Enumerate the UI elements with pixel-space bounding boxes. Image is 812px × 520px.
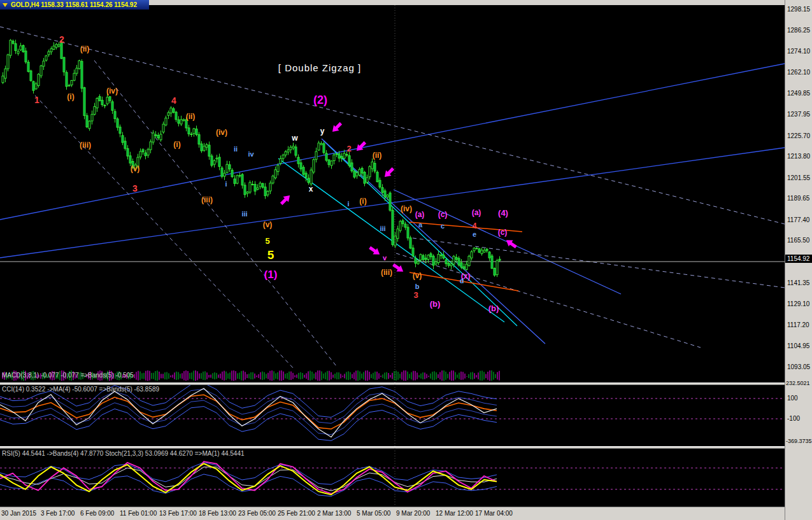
price-tick: 1274.10 xyxy=(787,48,810,55)
mt4-chart-window: 2(ii)1(i)(iv)4(ii)(iii)(iv)(i)(v)3iiivi(… xyxy=(0,0,812,520)
price-tick: 1165.50 xyxy=(787,237,809,244)
price-tick: 1129.10 xyxy=(787,300,809,307)
pane-splitter[interactable] xyxy=(0,446,785,449)
time-tick: 25 Feb 21:00 xyxy=(278,510,315,517)
macd-indicator-label: MACD(3,8,1) -0.077 -0.077 =>Bands(5) -0.… xyxy=(2,372,134,379)
cci-indicator-label: CCI(14) 0.3522 ->MA(4) -50.6007 =>Bands(… xyxy=(2,386,159,393)
cci-scale-max: 232.5021 xyxy=(786,380,810,386)
price-tick: 1286.25 xyxy=(787,27,810,34)
price-tick: 1249.85 xyxy=(787,90,810,97)
price-tick: 1141.35 xyxy=(787,279,809,286)
cci-level-label: 100 xyxy=(787,395,798,402)
rsi-pane[interactable] xyxy=(0,449,785,507)
price-tick: 1117.20 xyxy=(787,321,809,328)
price-tick: 1093.05 xyxy=(787,363,810,370)
chart-title-text: GOLD,H4 1158.33 1158.61 1154.26 1154.92 xyxy=(11,1,137,8)
price-tick: 1237.95 xyxy=(787,111,810,118)
time-tick: 17 Mar 04:00 xyxy=(475,510,513,517)
time-tick: 13 Feb 17:00 xyxy=(159,510,197,517)
current-price-tag: 1154.92 xyxy=(785,255,812,263)
chart-title-bar[interactable]: GOLD,H4 1158.33 1158.61 1154.26 1154.92 xyxy=(0,0,149,10)
time-tick: 11 Feb 01:00 xyxy=(120,510,157,517)
price-tick: 1262.10 xyxy=(787,69,810,76)
time-tick: 30 Jan 2015 xyxy=(1,510,36,517)
time-tick: 5 Mar 05:00 xyxy=(357,510,390,517)
time-tick: 6 Feb 09:00 xyxy=(80,510,114,517)
rsi-indicator-label: RSI(5) 44.5441 ->Bands(4) 47.8770 Stoch(… xyxy=(2,450,245,457)
price-tick: 1104.95 xyxy=(787,342,809,349)
time-tick: 9 Mar 20:00 xyxy=(396,510,430,517)
price-tick: 1225.70 xyxy=(787,132,810,139)
price-tick: 1189.65 xyxy=(787,195,809,202)
time-tick: 3 Feb 17:00 xyxy=(41,510,75,517)
symbol-dropdown-icon xyxy=(3,3,8,7)
time-tick: 2 Mar 13:00 xyxy=(317,510,351,517)
time-tick: 23 Feb 05:00 xyxy=(238,510,276,517)
price-tick: 1298.15 xyxy=(787,6,810,13)
price-tick: 1201.55 xyxy=(787,174,810,181)
time-tick: 18 Feb 13:00 xyxy=(199,510,236,517)
time-scale[interactable]: 30 Jan 20153 Feb 17:006 Feb 09:0011 Feb … xyxy=(0,507,785,520)
pattern-annotation: [ Double Zigzag ] xyxy=(278,62,361,73)
pane-splitter[interactable] xyxy=(0,383,785,385)
cci-level-label: -100 xyxy=(787,415,800,422)
price-tick: 1213.80 xyxy=(787,153,810,160)
main-chart-pane[interactable] xyxy=(0,5,785,370)
price-scale[interactable]: 1298.151286.251274.101262.101249.851237.… xyxy=(785,0,812,520)
price-tick: 1177.40 xyxy=(787,216,809,223)
cci-scale-min: -369.3735 xyxy=(786,438,812,444)
time-tick: 12 Mar 12:00 xyxy=(436,510,473,517)
cci-pane[interactable] xyxy=(0,385,785,446)
